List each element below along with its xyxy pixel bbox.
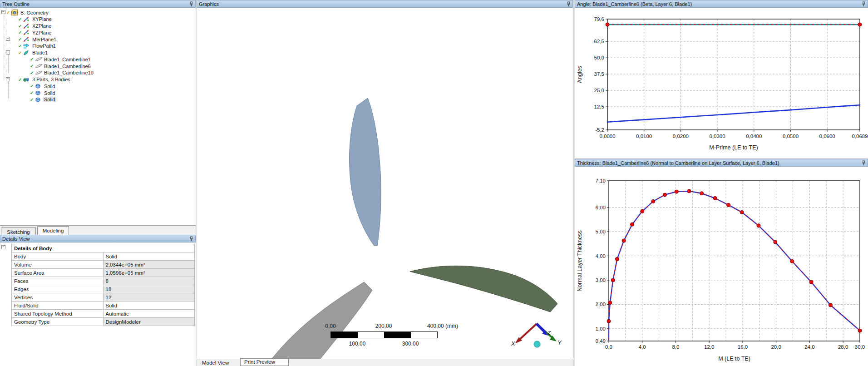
expand-icon[interactable]: + (6, 37, 10, 41)
details-label: Faces (12, 277, 104, 285)
y-tick-label: 37,5 (594, 71, 604, 77)
triad-y-label: Y (557, 339, 562, 346)
data-point-marker[interactable] (809, 280, 813, 284)
data-point-marker[interactable] (774, 240, 777, 244)
data-point-marker[interactable] (740, 210, 744, 214)
tree-item-b-geometry[interactable]: −✓B: Geometry (0, 9, 196, 16)
tab-print-preview[interactable]: Print Preview (240, 358, 289, 366)
angle-chart: 79,662,550,037,525,012,5-5,20,00000,0100… (575, 8, 868, 158)
x-tick-label: 16,0 (738, 344, 748, 350)
x-tick-label: 28,0 (838, 344, 848, 350)
sketching-modeling-tabstrip: SketchingModeling (0, 225, 196, 235)
y-axis-label: Angles (577, 66, 583, 83)
tree-item-xzplane[interactable]: ✓XZPlane (0, 23, 196, 30)
details-label: Volume (12, 261, 104, 269)
data-point-marker[interactable] (858, 329, 862, 332)
data-point-marker[interactable] (663, 193, 667, 197)
details-label: Edges (12, 285, 104, 293)
status-check-icon: ✓ (18, 76, 23, 83)
details-row-shared-topology-method: Shared Topology MethodAutomatic (12, 310, 195, 318)
details-of-body-table: Details of BodyBodySolidVolume2,0344e+05… (11, 244, 195, 326)
data-point-marker[interactable] (829, 303, 832, 307)
data-point-marker[interactable] (611, 278, 615, 282)
geometry-icon (11, 10, 19, 15)
tree-item-flowpath1[interactable]: ✓FlowPath1 (0, 43, 196, 49)
data-point-marker[interactable] (651, 199, 655, 203)
plane-icon (23, 23, 31, 29)
data-point-marker[interactable] (606, 23, 609, 26)
camberline-icon (35, 70, 43, 76)
collapse-icon[interactable]: − (6, 77, 10, 81)
tree-item-solid[interactable]: ✓Solid (0, 96, 196, 103)
tree-item-merplane1[interactable]: +✓MerPlane1 (0, 36, 196, 43)
ruler-label: 0,00 (325, 323, 335, 329)
pin-icon[interactable] (567, 1, 571, 7)
orientation-triad[interactable]: X Y Z (504, 317, 563, 357)
y-tick-label: 3,00 (596, 277, 606, 283)
details-group-title: Details of Body (12, 244, 195, 252)
y-tick-label: 0,49 (596, 338, 606, 344)
details-view-title: Details View (2, 236, 189, 242)
data-point-marker[interactable] (727, 203, 730, 207)
details-row-faces: Faces8 (12, 277, 195, 285)
data-point-marker[interactable] (700, 192, 704, 195)
triad-x-label: X (511, 340, 516, 347)
data-point-marker[interactable] (641, 209, 644, 213)
details-label: Body (12, 252, 104, 261)
pin-icon[interactable] (189, 1, 193, 7)
blade-body-gray[interactable] (271, 282, 372, 359)
tab-modeling[interactable]: Modeling (37, 226, 69, 235)
graphics-viewport[interactable]: 0,00 200,00 400,00 (mm) 100,00 300,00 X … (197, 8, 573, 359)
details-label: Geometry Type (12, 318, 104, 326)
y-tick-label: 79,6 (594, 16, 604, 22)
tree-item-label: FlowPath1 (31, 43, 57, 49)
angle-chart-title: Angle: Blade1_Camberline6 (Beta, Layer 6… (577, 1, 862, 7)
y-tick-label: 6,00 (596, 205, 606, 210)
details-row-fluid-solid: Fluid/SolidSolid (12, 302, 195, 310)
designmodeler-window: Tree Outline −✓B: Geometry✓XYPlane✓XZPla… (0, 0, 868, 366)
pin-icon[interactable] (189, 236, 193, 242)
tree-item-blade1-camberline10[interactable]: ✓Blade1_Camberline10 (0, 69, 196, 76)
data-point-marker[interactable] (858, 23, 862, 26)
status-check-icon: ✓ (30, 56, 35, 63)
x-tick-label: 12,0 (704, 344, 714, 350)
tab-sketching[interactable]: Sketching (1, 228, 36, 235)
tree-item-yzplane[interactable]: ✓YZPlane (0, 29, 196, 36)
y-tick-label: 50,0 (594, 55, 604, 60)
tree-outline-header: Tree Outline (0, 0, 196, 8)
tree-item-xyplane[interactable]: ✓XYPlane (0, 16, 196, 23)
details-value[interactable]: Solid (103, 252, 195, 261)
blade-body-green[interactable] (410, 266, 557, 312)
tree-item-blade1[interactable]: −✓Blade1 (0, 49, 196, 56)
details-value[interactable]: Solid (103, 302, 195, 310)
data-point-marker[interactable] (622, 239, 626, 242)
pin-icon[interactable] (862, 160, 866, 166)
data-point-marker[interactable] (687, 189, 691, 193)
tree-item-3-parts-3-bodies[interactable]: −✓3 Parts, 3 Bodies (0, 76, 196, 83)
pin-icon[interactable] (862, 1, 866, 7)
tab-model-view[interactable]: Model View (198, 360, 237, 366)
details-row-geometry-type: Geometry TypeDesignModeler (12, 318, 195, 326)
details-value[interactable]: Automatic (103, 310, 195, 318)
data-point-marker[interactable] (631, 223, 634, 226)
collapse-icon[interactable]: − (6, 50, 10, 54)
series-beta-angle (607, 105, 860, 122)
blade-body-blue[interactable] (350, 98, 381, 246)
ruler-label: 200,00 (375, 323, 392, 329)
tree-item-blade1-camberline6[interactable]: ✓Blade1_Camberline6 (0, 63, 196, 69)
data-point-marker[interactable] (790, 259, 794, 263)
details-collapse-toggle[interactable]: − (1, 245, 5, 249)
collapse-icon[interactable]: − (1, 10, 5, 14)
data-point-marker[interactable] (675, 190, 678, 193)
data-point-marker[interactable] (608, 301, 612, 305)
data-point-marker[interactable] (615, 257, 619, 261)
tree-item-solid[interactable]: ✓Solid (0, 89, 196, 96)
data-point-marker[interactable] (757, 224, 760, 228)
tree-item-blade1-camberline1[interactable]: ✓Blade1_Camberline1 (0, 56, 196, 63)
data-point-marker[interactable] (713, 196, 717, 200)
tree-item-label: Blade1_Camberline10 (43, 70, 94, 75)
x-tick-label: 20,0 (771, 344, 781, 350)
data-point-marker[interactable] (607, 319, 611, 323)
status-check-icon: ✓ (6, 9, 11, 16)
tree-item-solid[interactable]: ✓Solid (0, 83, 196, 89)
